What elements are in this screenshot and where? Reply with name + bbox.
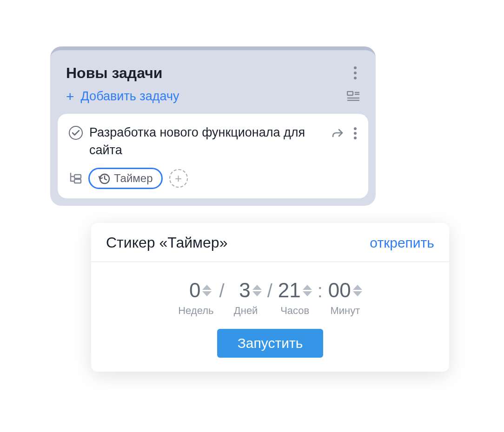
plus-icon: +: [66, 90, 74, 104]
svg-rect-12: [74, 179, 81, 183]
time-input-row: 0 Недель / 3 Дней: [106, 279, 434, 317]
separator-slash: /: [219, 279, 225, 301]
hours-value[interactable]: 21: [278, 279, 301, 302]
complete-checkbox[interactable]: [69, 126, 83, 140]
weeks-spinner: [202, 285, 212, 296]
hours-spinner: [303, 285, 312, 296]
weeks-label: Недель: [178, 305, 213, 317]
task-header-row: Разработка нового функционала для сайта: [69, 124, 357, 159]
separator-slash: /: [267, 279, 272, 301]
minutes-spinner: [353, 285, 362, 296]
svg-point-10: [354, 137, 357, 139]
days-down[interactable]: [252, 291, 262, 296]
svg-rect-3: [347, 92, 353, 95]
weeks-down[interactable]: [202, 291, 212, 296]
popover-body: 0 Недель / 3 Дней: [91, 262, 449, 372]
task-card[interactable]: Разработка нового функционала для сайта: [58, 114, 368, 198]
detach-link[interactable]: открепить: [370, 235, 434, 251]
task-actions: [332, 127, 357, 140]
task-menu-icon[interactable]: [353, 127, 357, 140]
minutes-unit: 00 Минут: [328, 279, 362, 317]
kanban-column: Новы задачи + Добавить задачу Разработка…: [50, 46, 376, 206]
svg-point-2: [354, 77, 357, 79]
days-up[interactable]: [252, 285, 262, 290]
column-header: Новы задачи: [50, 50, 376, 89]
task-footer-row: Таймер +: [69, 168, 357, 189]
column-menu-icon[interactable]: [351, 63, 360, 83]
weeks-unit: 0 Недель: [178, 279, 213, 317]
forward-icon[interactable]: [332, 128, 344, 138]
add-task-button[interactable]: + Добавить задачу: [66, 89, 179, 104]
add-sticker-button[interactable]: +: [169, 169, 188, 188]
svg-point-1: [354, 72, 357, 74]
popover-title: Стикер «Таймер»: [106, 234, 227, 251]
add-task-label: Добавить задачу: [81, 89, 179, 104]
svg-point-9: [354, 132, 357, 135]
minutes-label: Минут: [330, 305, 360, 317]
hours-up[interactable]: [303, 285, 312, 290]
timer-chip-label: Таймер: [114, 172, 153, 185]
svg-point-0: [354, 66, 357, 69]
hours-down[interactable]: [303, 291, 312, 296]
days-unit: 3 Дней: [230, 279, 262, 317]
column-title: Новы задачи: [66, 65, 162, 82]
plus-icon: +: [175, 172, 182, 184]
days-spinner: [252, 285, 262, 296]
minutes-down[interactable]: [353, 291, 362, 296]
start-button[interactable]: Запустить: [217, 329, 324, 358]
popover-header: Стикер «Таймер» открепить: [91, 223, 449, 262]
minutes-value[interactable]: 00: [328, 279, 351, 302]
subtasks-icon[interactable]: [69, 172, 82, 184]
timer-chip[interactable]: Таймер: [88, 168, 163, 189]
days-value[interactable]: 3: [230, 279, 251, 302]
timer-popover: Стикер «Таймер» открепить 0 Недель / 3: [91, 223, 449, 372]
weeks-value[interactable]: 0: [180, 279, 200, 302]
minutes-up[interactable]: [353, 285, 362, 290]
hours-unit: 21 Часов: [278, 279, 312, 317]
weeks-up[interactable]: [202, 285, 212, 290]
hours-label: Часов: [280, 305, 309, 317]
separator-colon: :: [318, 279, 323, 301]
svg-rect-11: [74, 175, 81, 178]
svg-point-8: [354, 127, 357, 130]
task-title: Разработка нового функционала для сайта: [89, 124, 325, 159]
view-mode-icon[interactable]: [347, 91, 360, 102]
column-toolbar: + Добавить задачу: [50, 89, 376, 114]
days-label: Дней: [234, 305, 258, 317]
